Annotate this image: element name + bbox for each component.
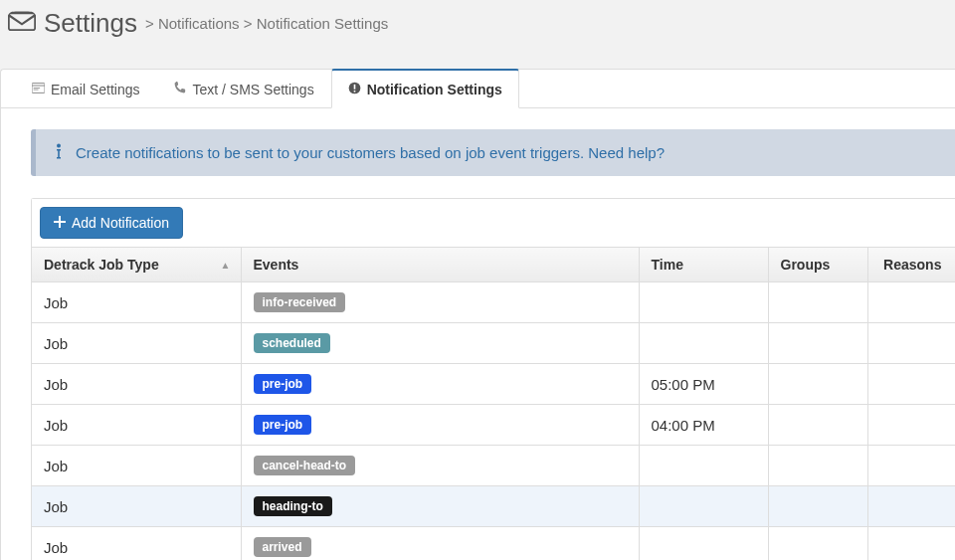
cell-groups <box>768 446 867 486</box>
cell-reasons <box>867 282 955 323</box>
svg-rect-6 <box>353 91 355 93</box>
cell-time <box>639 323 768 364</box>
cell-time: 05:00 PM <box>639 364 768 405</box>
event-badge: scheduled <box>254 333 330 353</box>
cell-groups <box>768 323 867 364</box>
main-panel: Email Settings Text / SMS Settings Notif… <box>0 69 955 560</box>
cell-jobtype: Job <box>32 364 241 405</box>
cell-events: cancel-head-to <box>241 446 639 486</box>
cell-time <box>639 527 768 561</box>
tab-notification-settings[interactable]: Notification Settings <box>331 69 519 108</box>
tab-sms-settings[interactable]: Text / SMS Settings <box>156 69 330 108</box>
envelope-icon <box>8 11 36 36</box>
cell-time <box>639 446 768 486</box>
info-text: Create notifications to be sent to your … <box>76 144 665 161</box>
event-badge: heading-to <box>254 496 332 516</box>
page-title: Settings <box>44 8 137 39</box>
exclamation-circle-icon <box>348 82 361 97</box>
cell-events: heading-to <box>241 486 639 527</box>
table-row[interactable]: Jobarrived <box>32 527 955 561</box>
table-row[interactable]: Jobinfo-received <box>32 282 955 323</box>
cell-groups <box>768 405 867 446</box>
cell-jobtype: Job <box>32 282 241 323</box>
info-icon <box>54 143 64 162</box>
svg-rect-5 <box>353 85 355 90</box>
cell-reasons <box>867 323 955 364</box>
tabs: Email Settings Text / SMS Settings Notif… <box>1 68 955 108</box>
breadcrumb-notification-settings: Notification Settings <box>257 15 389 32</box>
tab-label: Notification Settings <box>367 82 502 97</box>
cell-reasons <box>867 486 955 527</box>
sort-asc-icon: ▲ <box>221 260 231 271</box>
table-row[interactable]: Jobcancel-head-to <box>32 446 955 486</box>
breadcrumb-notifications: Notifications <box>158 15 240 32</box>
tab-label: Text / SMS Settings <box>192 82 313 97</box>
cell-jobtype: Job <box>32 527 241 561</box>
breadcrumb: > Notifications > Notification Settings <box>145 15 388 32</box>
event-badge: pre-job <box>254 415 312 435</box>
cell-time <box>639 486 768 527</box>
cell-time: 04:00 PM <box>639 405 768 446</box>
cell-reasons <box>867 527 955 561</box>
cell-reasons <box>867 405 955 446</box>
cell-events: scheduled <box>241 323 639 364</box>
cell-jobtype: Job <box>32 323 241 364</box>
cell-events: info-received <box>241 282 639 323</box>
page-header: Settings > Notifications > Notification … <box>0 0 955 51</box>
table-toolbar: Add Notification <box>32 199 955 248</box>
table-row[interactable]: Jobheading-to <box>32 486 955 527</box>
svg-point-7 <box>57 144 61 148</box>
col-jobtype[interactable]: Detrack Job Type ▲ <box>32 248 241 282</box>
event-badge: arrived <box>254 537 311 557</box>
cell-events: pre-job <box>241 364 639 405</box>
cell-time <box>639 282 768 323</box>
table-body: Jobinfo-received Jobscheduled Jobpre-job… <box>32 282 955 561</box>
cell-events: arrived <box>241 527 639 561</box>
cell-groups <box>768 282 867 323</box>
table-row[interactable]: Jobscheduled <box>32 323 955 364</box>
cell-reasons <box>867 364 955 405</box>
cell-jobtype: Job <box>32 405 241 446</box>
cell-events: pre-job <box>241 405 639 446</box>
event-badge: pre-job <box>254 374 312 394</box>
col-reasons[interactable]: Reasons <box>867 248 955 282</box>
tab-email-settings[interactable]: Email Settings <box>15 69 156 108</box>
tab-label: Email Settings <box>51 82 139 97</box>
cell-groups <box>768 364 867 405</box>
add-notification-button[interactable]: Add Notification <box>40 207 183 239</box>
card-icon <box>32 82 45 97</box>
table-panel: Add Notification Detrack Job Type ▲ Even… <box>31 198 955 560</box>
col-events[interactable]: Events <box>241 248 639 282</box>
info-banner: Create notifications to be sent to your … <box>31 129 955 176</box>
need-help-link[interactable]: Need help? <box>588 144 665 161</box>
svg-rect-9 <box>54 221 66 223</box>
add-notification-label: Add Notification <box>72 215 169 231</box>
cell-jobtype: Job <box>32 446 241 486</box>
event-badge: info-received <box>254 292 346 312</box>
cell-jobtype: Job <box>32 486 241 527</box>
table-row[interactable]: Jobpre-job 05:00 PM <box>32 364 955 405</box>
tab-content: Create notifications to be sent to your … <box>1 109 955 560</box>
col-time[interactable]: Time <box>639 248 768 282</box>
phone-icon <box>173 82 186 97</box>
col-groups[interactable]: Groups <box>768 248 867 282</box>
cell-reasons <box>867 446 955 486</box>
event-badge: cancel-head-to <box>254 456 356 475</box>
notifications-table: Detrack Job Type ▲ Events Time Groups Re… <box>32 248 955 560</box>
cell-groups <box>768 527 867 561</box>
plus-icon <box>54 215 66 231</box>
cell-groups <box>768 486 867 527</box>
table-row[interactable]: Jobpre-job 04:00 PM <box>32 405 955 446</box>
